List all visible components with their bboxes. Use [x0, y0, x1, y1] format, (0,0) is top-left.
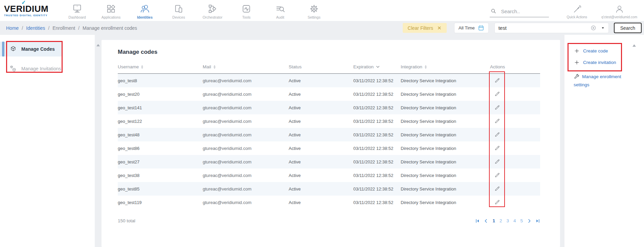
global-search[interactable] — [490, 5, 549, 17]
logo-tagline: TRUSTED DIGITAL IDENTITY — [4, 14, 58, 17]
total-count: 150 total — [118, 218, 135, 223]
nav-item-identities[interactable]: Identities — [128, 2, 162, 19]
page-number-5[interactable]: 5 — [520, 218, 523, 223]
column-header-status: Status — [289, 64, 353, 69]
logo-check-icon: ✓ — [21, 0, 26, 5]
nav-item-applications[interactable]: Applications — [94, 2, 128, 19]
nav-item-label: Identities — [137, 15, 153, 19]
page-number-1[interactable]: 1 — [492, 218, 495, 223]
content-scrollbar — [95, 35, 102, 247]
cell-mail: gtureac@veridiumid.com — [203, 159, 289, 164]
search-button[interactable]: Search — [614, 23, 642, 33]
nav-item-label: Applications — [102, 15, 121, 19]
manage-enrollment-settings-link[interactable]: Manage enrollment settings — [564, 73, 632, 89]
nav-item-label: Audit — [276, 15, 284, 19]
pencil-icon — [494, 187, 501, 193]
pencil-icon — [494, 133, 501, 138]
user-menu[interactable]: q'ctest@veridiumid.com — [601, 5, 637, 19]
nav-item-devices[interactable]: Devices — [162, 2, 196, 19]
edit-code-button[interactable] — [494, 118, 501, 124]
page-number-4[interactable]: 4 — [513, 218, 516, 223]
time-range-filter[interactable]: All Time — [454, 23, 489, 33]
table-row: geo_test48gtureac@veridiumid.comActive03… — [118, 128, 540, 141]
cell-integration: Directory Service Integration — [401, 200, 490, 205]
edit-code-button[interactable] — [494, 104, 501, 110]
column-header-expiration[interactable]: Expiration — [353, 64, 401, 69]
veridium-logo[interactable]: VERI✓DIUM TRUSTED DIGITAL IDENTITY — [4, 4, 58, 17]
clear-filters-button[interactable]: Clear Filters✕ — [403, 23, 447, 33]
cell-actions — [490, 91, 540, 98]
create-invitation-link[interactable]: Create invitation — [564, 57, 644, 68]
nav-item-orchestrator[interactable]: Orchestrator — [196, 2, 229, 19]
cell-integration: Directory Service Integration — [401, 119, 490, 124]
column-header-username[interactable]: Username — [118, 64, 203, 69]
cell-status: Active — [289, 146, 353, 151]
sort-up-arrow — [141, 65, 143, 67]
cell-status: Active — [289, 105, 353, 110]
cell-expiration: 03/11/2022 12:38:52 — [353, 186, 401, 192]
create-code-link[interactable]: Create code — [564, 45, 644, 57]
sort-both-icon — [214, 65, 216, 69]
cell-username: geo_test20 — [118, 92, 203, 97]
table-footer: 150 total 12345 — [118, 218, 540, 223]
sidebar-item-manage-invitations[interactable]: Manage Invitations — [0, 61, 63, 76]
nav-item-audit[interactable]: Audit — [263, 2, 297, 19]
global-search-input[interactable] — [501, 8, 545, 14]
page-number-3[interactable]: 3 — [506, 218, 509, 223]
edit-code-button[interactable] — [494, 185, 501, 192]
first-page-button[interactable] — [475, 219, 480, 223]
cell-status: Active — [289, 132, 353, 137]
previous-page-button[interactable] — [484, 219, 488, 223]
nav-item-label: Devices — [172, 15, 185, 19]
cell-username: geo_test8 — [118, 78, 203, 83]
edit-code-button[interactable] — [494, 145, 501, 151]
scroll-up-arrow[interactable] — [96, 44, 100, 46]
sidebar-items: Manage CodesManage Invitations — [0, 42, 95, 76]
nav-item-dashboard[interactable]: Dashboard — [60, 2, 94, 19]
clear-input-icon[interactable] — [590, 25, 597, 31]
nav-item-tools[interactable]: Tools — [229, 2, 263, 19]
next-page-button[interactable] — [527, 219, 532, 223]
last-page-button[interactable] — [535, 219, 540, 223]
cell-username: geo_test86 — [118, 146, 203, 151]
wrench-icon — [574, 73, 580, 80]
edit-code-button[interactable] — [494, 199, 501, 205]
column-label: Username — [118, 64, 139, 69]
quick-actions-button[interactable]: Quick Actions — [567, 5, 587, 19]
edit-code-button[interactable] — [494, 91, 501, 97]
edit-code-button[interactable] — [494, 131, 501, 137]
cell-actions — [490, 104, 540, 111]
top-nav-bar: VERI✓DIUM TRUSTED DIGITAL IDENTITY Dashb… — [0, 0, 644, 21]
edit-code-button[interactable] — [494, 158, 501, 164]
pencil-icon — [494, 147, 501, 152]
breadcrumb-identities[interactable]: Identities — [26, 25, 45, 31]
column-header-integration[interactable]: Integration — [401, 64, 490, 69]
cell-actions — [490, 185, 540, 193]
breadcrumb-home[interactable]: Home — [6, 25, 19, 31]
sort-both-icon — [141, 65, 143, 69]
page-number-2[interactable]: 2 — [499, 218, 503, 223]
cell-username: geo_test48 — [118, 132, 203, 137]
chevron-down-icon[interactable] — [601, 26, 605, 30]
cell-mail: gtureac@veridiumid.com — [203, 92, 289, 97]
nav-item-label: Tools — [242, 15, 251, 19]
app-grid-icon — [106, 4, 116, 14]
sidebar-item-manage-codes[interactable]: Manage Codes — [0, 42, 63, 57]
breadcrumb: Home/Identities/Enrollment/Manage enroll… — [6, 25, 137, 31]
cell-mail: gtureac@veridiumid.com — [203, 78, 289, 83]
cell-integration: Directory Service Integration — [401, 186, 490, 192]
nav-item-settings[interactable]: Settings — [297, 2, 331, 19]
search-filter-input[interactable] — [498, 25, 590, 31]
edit-code-button[interactable] — [494, 77, 501, 83]
column-label: Mail — [203, 64, 211, 69]
column-header-mail[interactable]: Mail — [203, 64, 289, 69]
codes-table: UsernameMailStatusExpirationIntegrationA… — [118, 60, 540, 209]
logo-wordmark: VERI✓DIUM — [4, 4, 58, 13]
nav-item-label: Dashboard — [68, 15, 86, 19]
pencil-icon — [494, 174, 501, 179]
sort-down-arrow — [141, 67, 143, 69]
edit-code-button[interactable] — [494, 172, 501, 178]
search-filter-field[interactable] — [494, 23, 609, 33]
panel-scroll-up-arrow[interactable] — [632, 44, 636, 47]
panel-link-label: Create code — [583, 48, 608, 53]
